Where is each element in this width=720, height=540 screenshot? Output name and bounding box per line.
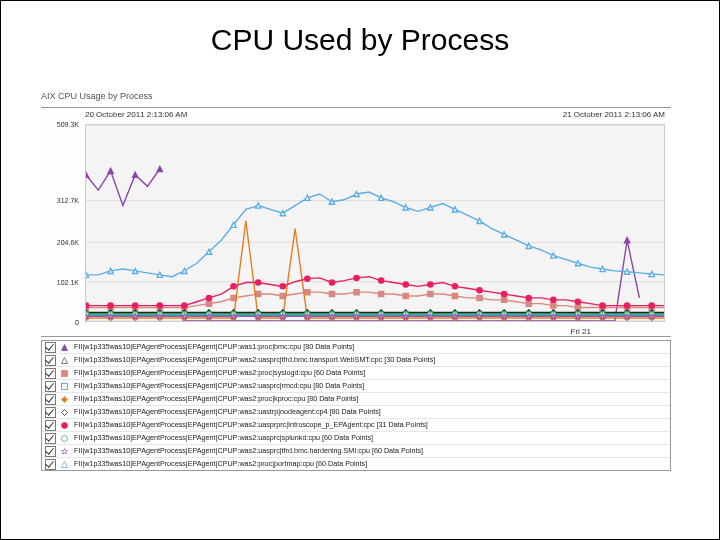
legend-row: FII|w1p335was10|EPAgentProcess|EPAgent|C… — [42, 432, 670, 445]
svg-rect-57 — [206, 301, 211, 306]
svg-point-250 — [62, 422, 68, 428]
legend-row: FII|w1p335was10|EPAgentProcess|EPAgent|C… — [42, 341, 670, 354]
svg-point-157 — [305, 276, 310, 281]
svg-rect-65 — [403, 293, 408, 298]
svg-rect-70 — [526, 301, 531, 306]
svg-point-165 — [502, 292, 507, 297]
svg-rect-69 — [502, 297, 507, 302]
legend-marker-icon — [60, 369, 69, 378]
svg-marker-233 — [403, 205, 408, 210]
svg-marker-229 — [305, 195, 310, 200]
svg-rect-67 — [452, 293, 457, 298]
svg-point-164 — [477, 288, 482, 293]
svg-marker-243 — [649, 272, 654, 277]
legend-row: FII|w1p335was10|EPAgentProcess|EPAgent|C… — [42, 354, 670, 367]
svg-point-152 — [182, 303, 187, 308]
legend-row: FII|w1p335was10|EPAgentProcess|EPAgent|C… — [42, 419, 670, 432]
svg-marker-221 — [108, 268, 113, 273]
svg-marker-223 — [157, 272, 162, 277]
legend-label: FII|w1p335was10|EPAgentProcess|EPAgent|C… — [74, 420, 667, 430]
svg-marker-248 — [62, 396, 68, 402]
svg-marker-27 — [625, 238, 630, 243]
legend-row: FII|w1p335was10|EPAgentProcess|EPAgent|C… — [42, 445, 670, 458]
svg-point-149 — [108, 303, 113, 308]
svg-point-163 — [452, 284, 457, 289]
legend-marker-icon — [60, 434, 69, 443]
legend-checkbox[interactable] — [45, 355, 56, 366]
svg-marker-249 — [62, 409, 68, 415]
svg-marker-253 — [62, 461, 68, 467]
legend-marker-icon — [60, 460, 69, 469]
svg-point-155 — [256, 280, 261, 285]
svg-point-148 — [86, 303, 89, 308]
legend-checkbox[interactable] — [45, 459, 56, 470]
svg-marker-227 — [256, 203, 261, 208]
svg-marker-222 — [133, 268, 138, 273]
svg-marker-232 — [379, 195, 384, 200]
svg-marker-252 — [62, 448, 68, 453]
legend-marker-icon — [60, 395, 69, 404]
legend-checkbox[interactable] — [45, 446, 56, 457]
y-tick-label: 509.3K — [57, 121, 79, 128]
svg-marker-242 — [625, 269, 630, 274]
svg-rect-61 — [305, 290, 310, 295]
svg-marker-237 — [502, 232, 507, 237]
svg-point-160 — [379, 278, 384, 283]
legend-checkbox[interactable] — [45, 381, 56, 392]
svg-point-151 — [157, 303, 162, 308]
y-axis-labels: 0102.1K204.6K312.7K509.3K — [41, 124, 83, 322]
svg-rect-59 — [256, 292, 261, 297]
svg-marker-239 — [551, 253, 556, 258]
legend-checkbox[interactable] — [45, 368, 56, 379]
svg-rect-68 — [477, 295, 482, 300]
legend-label: FII|w1p335was10|EPAgentProcess|EPAgent|C… — [74, 368, 667, 378]
svg-point-251 — [62, 435, 68, 441]
svg-marker-245 — [62, 357, 68, 363]
time-end: 21 October 2011 2:13:06 AM — [563, 110, 665, 119]
legend-marker-icon — [60, 447, 69, 456]
plot-area[interactable] — [85, 124, 665, 322]
svg-point-170 — [625, 303, 630, 308]
legend: FII|w1p335was10|EPAgentProcess|EPAgent|C… — [41, 340, 671, 471]
y-tick-label: 204.6K — [57, 239, 79, 246]
svg-point-168 — [575, 299, 580, 304]
svg-marker-234 — [428, 205, 433, 210]
svg-marker-5 — [86, 172, 89, 177]
svg-point-158 — [329, 280, 334, 285]
svg-marker-231 — [354, 191, 359, 196]
y-tick-label: 102.1K — [57, 279, 79, 286]
legend-marker-icon — [60, 408, 69, 417]
legend-row: FII|w1p335was10|EPAgentProcess|EPAgent|C… — [42, 380, 670, 393]
svg-rect-247 — [62, 383, 68, 389]
svg-rect-66 — [428, 292, 433, 297]
svg-point-167 — [551, 297, 556, 302]
svg-rect-64 — [379, 292, 384, 297]
svg-marker-235 — [452, 207, 457, 212]
legend-checkbox[interactable] — [45, 342, 56, 353]
y-tick-label: 312.7K — [57, 197, 79, 204]
x-axis-major-label: Fri 21 — [571, 327, 591, 336]
svg-rect-246 — [62, 370, 68, 376]
legend-checkbox[interactable] — [45, 420, 56, 431]
legend-label: FII|w1p335was10|EPAgentProcess|EPAgent|C… — [74, 381, 667, 391]
svg-point-162 — [428, 282, 433, 287]
legend-row: FII|w1p335was10|EPAgentProcess|EPAgent|C… — [42, 367, 670, 380]
legend-label: FII|w1p335was10|EPAgentProcess|EPAgent|C… — [74, 433, 667, 443]
legend-label: FII|w1p335was10|EPAgentProcess|EPAgent|C… — [74, 342, 667, 352]
svg-rect-62 — [329, 292, 334, 297]
legend-checkbox[interactable] — [45, 394, 56, 405]
svg-point-171 — [649, 303, 654, 308]
svg-marker-238 — [526, 243, 531, 248]
svg-point-153 — [206, 295, 211, 300]
legend-marker-icon — [60, 343, 69, 352]
legend-checkbox[interactable] — [45, 433, 56, 444]
svg-point-161 — [403, 282, 408, 287]
chart-subtitle: AIX CPU Usage by Process — [41, 91, 671, 101]
svg-point-154 — [231, 284, 236, 289]
monitoring-panel: AIX CPU Usage by Process 20 October 2011… — [41, 91, 671, 471]
svg-marker-7 — [133, 172, 138, 177]
legend-label: FII|w1p335was10|EPAgentProcess|EPAgent|C… — [74, 355, 667, 365]
legend-checkbox[interactable] — [45, 407, 56, 418]
slide-title: CPU Used by Process — [1, 23, 719, 57]
svg-rect-60 — [280, 293, 285, 298]
